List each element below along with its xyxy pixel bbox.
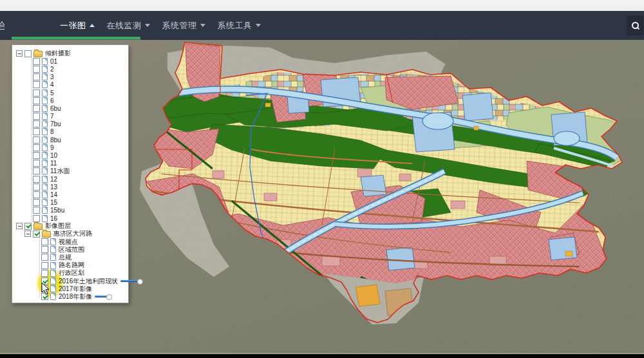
layer-file-icon (42, 207, 48, 214)
layer-file-icon (42, 113, 48, 120)
tree-node-label[interactable]: 11 (50, 160, 57, 167)
collapse-icon[interactable] (16, 223, 23, 229)
tree-node-label[interactable]: 2018年影像 (59, 292, 92, 301)
layer-file-icon (42, 191, 48, 198)
tree-checkbox[interactable] (33, 128, 40, 135)
layer-file-icon (50, 238, 56, 245)
tree-checkbox[interactable] (33, 97, 40, 104)
layer-file-icon (42, 152, 48, 159)
chevron-down-icon (256, 24, 261, 27)
tree-node-label[interactable]: 7 (50, 113, 54, 120)
layer-file-icon (42, 215, 48, 222)
tree-node: 3 (12, 73, 128, 81)
tree-checkbox[interactable] (33, 137, 40, 144)
collapse-icon[interactable] (16, 50, 23, 57)
opacity-slider[interactable] (120, 278, 142, 284)
tree-node-label[interactable]: 7bu (50, 120, 61, 127)
menu-item[interactable]: 在线监测 (103, 11, 154, 40)
menu-label: 一张图 (60, 20, 86, 32)
tree-node-label[interactable]: 倾斜摄影 (45, 49, 71, 58)
tree-checkbox[interactable] (33, 199, 40, 206)
layer-file-icon (42, 128, 48, 135)
tree-node: 6bu (12, 104, 128, 112)
tree-checkbox[interactable] (33, 231, 40, 238)
tree-checkbox[interactable] (33, 113, 40, 120)
tree-node: 11 (12, 160, 128, 167)
collapse-icon[interactable] (24, 231, 31, 237)
tree-checkbox[interactable] (41, 238, 48, 245)
tree-checkbox[interactable] (33, 81, 40, 88)
tree-checkbox[interactable] (33, 73, 40, 80)
tree-checkbox[interactable] (33, 215, 40, 222)
tree-checkbox[interactable] (24, 223, 32, 230)
tree-node: 13 (12, 183, 128, 191)
tree-node-label[interactable]: 9 (50, 144, 54, 151)
tree-node-label[interactable]: 4 (50, 81, 54, 88)
tree-node-label[interactable]: 11水面 (50, 167, 70, 176)
tree-node-label[interactable]: 6bu (50, 105, 61, 112)
tree-node-label[interactable]: 2 (50, 66, 54, 73)
tree-node-label[interactable]: 10 (50, 152, 57, 159)
tree-checkbox[interactable] (33, 144, 40, 151)
tree-node-label[interactable]: 8 (50, 128, 54, 135)
tree-checkbox[interactable] (24, 50, 32, 57)
layer-file-icon (42, 199, 48, 206)
layer-file-icon (42, 66, 48, 73)
layer-file-icon (42, 137, 48, 144)
layer-file-icon (50, 246, 56, 253)
menu-label: 系统工具 (218, 20, 252, 32)
menu-item[interactable]: 系统工具 (214, 11, 265, 40)
layer-file-icon (42, 120, 48, 127)
opacity-slider[interactable] (95, 294, 111, 299)
layer-file-icon (42, 97, 48, 104)
tree-checkbox[interactable] (33, 120, 40, 127)
tree-node-label[interactable]: 3 (50, 73, 54, 80)
menu-label: 系统管理 (162, 20, 197, 32)
tree-checkbox[interactable] (33, 152, 40, 159)
tree-checkbox[interactable] (33, 167, 40, 174)
tree-checkbox[interactable] (33, 160, 40, 167)
active-menu-underline (12, 37, 140, 40)
tree-node-label[interactable]: 5 (50, 90, 54, 97)
tree-checkbox[interactable] (33, 90, 40, 97)
tree-checkbox[interactable] (41, 285, 48, 292)
tree-checkbox[interactable] (41, 246, 48, 253)
folder-icon (33, 223, 43, 230)
layer-file-icon (42, 167, 48, 174)
tree-checkbox[interactable] (33, 191, 40, 198)
tree-node-label[interactable]: 8bu (50, 137, 61, 144)
tree-node-label[interactable]: 14 (50, 191, 57, 198)
tree-node-label[interactable]: 13 (50, 184, 57, 191)
tree-checkbox[interactable] (41, 270, 48, 277)
menu-item[interactable]: 系统管理 (158, 11, 209, 40)
tree-checkbox[interactable] (33, 176, 40, 183)
tree-node: 2 (12, 65, 128, 73)
navbar-menus: 一张图在线监测系统管理系统工具 (56, 11, 265, 40)
tree-node: 4 (12, 81, 128, 89)
layer-file-icon (50, 293, 56, 300)
layer-file-icon (42, 58, 48, 65)
layer-file-icon (42, 73, 48, 80)
layer-file-icon (42, 160, 48, 167)
tree-node-label[interactable]: 01 (50, 58, 57, 65)
tree-checkbox[interactable] (41, 262, 48, 269)
tree-checkbox[interactable] (33, 207, 40, 214)
search-button[interactable] (627, 15, 643, 35)
tree-checkbox[interactable] (41, 254, 48, 261)
tree-node-label[interactable]: 15bu (50, 207, 64, 214)
tree-checkbox[interactable] (33, 66, 40, 73)
tree-checkbox[interactable] (33, 105, 40, 112)
tree-checkbox[interactable] (41, 293, 48, 300)
tree-node: 10 (12, 151, 128, 159)
layer-file-icon (42, 90, 48, 97)
layer-tree-panel: 倾斜摄影01234566bu77bu88bu9101111水面121314151… (12, 44, 129, 303)
menu-item[interactable]: 一张图 (56, 11, 99, 40)
tree-checkbox[interactable] (33, 58, 40, 65)
tree-node-label[interactable]: 6 (50, 97, 54, 104)
tree-checkbox[interactable] (33, 184, 40, 191)
tree-node-label[interactable]: 16 (50, 215, 57, 222)
tree-node: 14 (12, 191, 128, 198)
tree-node-label[interactable]: 15 (50, 199, 57, 206)
tree-node-label[interactable]: 12 (50, 176, 57, 183)
tree-checkbox[interactable] (41, 278, 48, 285)
